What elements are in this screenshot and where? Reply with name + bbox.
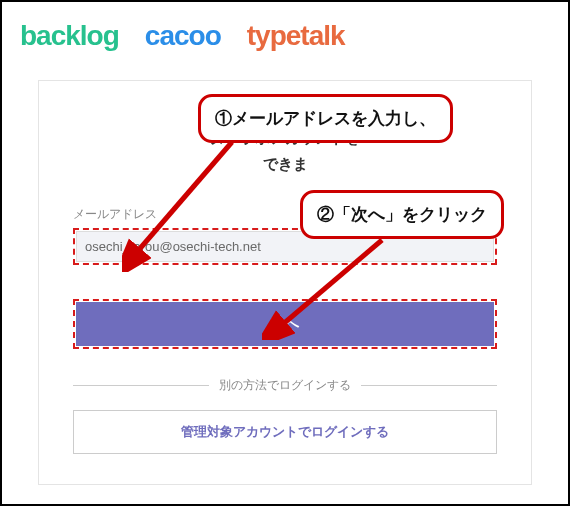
- alt-login-heading: 別の方法でログインする: [73, 377, 497, 394]
- next-highlight: 次へ: [73, 299, 497, 349]
- cacoo-logo: cacoo: [145, 20, 221, 52]
- typetalk-logo: typetalk: [247, 20, 345, 52]
- callout-step-1: ①メールアドレスを入力し、: [198, 94, 453, 143]
- next-button[interactable]: 次へ: [76, 302, 494, 346]
- product-logos: backlog cacoo typetalk: [14, 14, 556, 70]
- managed-account-login-button[interactable]: 管理対象アカウントでログインする: [73, 410, 497, 454]
- callout-step-2: ②「次へ」をクリック: [300, 190, 504, 239]
- alt-login-section: 別の方法でログインする 管理対象アカウントでログインする: [73, 377, 497, 454]
- backlog-logo: backlog: [20, 20, 119, 52]
- login-message-line2: できま: [263, 155, 308, 172]
